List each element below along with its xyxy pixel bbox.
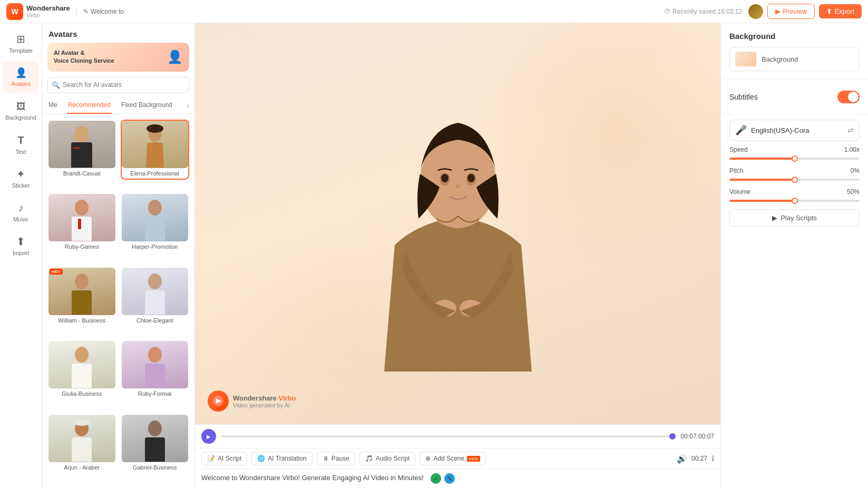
avatar-name-ruby: Ruby-Games	[65, 243, 99, 252]
background-section: Background Background	[721, 23, 868, 80]
bottom-controls: ▶ 00:07:00:07 📝 AI Script 🌐 AI Translati…	[195, 424, 720, 488]
check-icon[interactable]: ✓	[431, 473, 441, 484]
speed-label: Speed	[729, 146, 748, 153]
svg-rect-22	[145, 437, 165, 462]
avatar-card-ruby[interactable]: Ruby-Games	[47, 193, 116, 253]
bg-thumbnail	[735, 52, 756, 66]
svg-rect-19	[72, 437, 92, 462]
pitch-slider-thumb	[792, 177, 798, 183]
avatar-card-william[interactable]: William - Business	[47, 267, 116, 327]
avatars-banner[interactable]: AI Avatar &Voice Cloning Service 👤	[47, 43, 189, 72]
video-container: Wondershare Virbo Video generated by AI	[195, 23, 720, 424]
play-button[interactable]: ▶	[201, 429, 216, 444]
voice-selector[interactable]: 🎤 English(USA)-Cora ⇄	[729, 120, 860, 141]
audio-script-icon: 🎵	[365, 455, 373, 462]
avatars-panel: Avatars AI Avatar &Voice Cloning Service…	[42, 23, 195, 488]
edit-icon[interactable]: ✎	[444, 473, 455, 484]
avatars-icon: 👤	[15, 67, 27, 79]
audio-script-button[interactable]: 🎵 Audio Script	[359, 452, 416, 465]
add-scene-button[interactable]: ⊕ Add Scene NEW	[420, 452, 485, 465]
pitch-slider[interactable]	[729, 179, 860, 181]
tab-fixed-background[interactable]: Fixed Background	[120, 97, 173, 114]
left-sidebar: ⊞ Template 👤 Avatars 🖼 Background T Text…	[0, 23, 42, 488]
background-title: Background	[729, 32, 860, 41]
avatar-card-gabriel[interactable]: Gabriel-Business	[121, 414, 190, 474]
virbo-logo-small	[208, 391, 229, 412]
avatar-card-brandt[interactable]: Brandt-Casual	[47, 120, 116, 180]
speed-slider[interactable]	[729, 158, 860, 160]
background-item[interactable]: Background	[729, 47, 860, 71]
user-avatar-thumb[interactable]	[748, 4, 763, 19]
volume-slider-thumb	[792, 198, 798, 204]
info-icon[interactable]: ℹ	[711, 454, 714, 463]
avatar-wrap-harper: Harper-Promotion	[121, 193, 190, 262]
volume-icon[interactable]: 🔊	[677, 454, 687, 464]
tab-more-icon[interactable]: ›	[187, 101, 189, 110]
avatar-name-giulia: Giulia-Business	[62, 391, 102, 399]
sidebar-item-sticker[interactable]: ✦ Sticker	[3, 162, 39, 194]
topbar: W Wondershare Virbo ✎ Welcome to ⏱ Recen…	[0, 0, 868, 23]
volume-label: Volume	[729, 188, 750, 196]
speed-slider-row: Speed 1.00x	[729, 146, 860, 162]
tab-me[interactable]: Me	[47, 97, 58, 114]
pitch-value: 0%	[851, 167, 860, 174]
svg-rect-15	[72, 364, 92, 388]
search-icon: 🔍	[52, 81, 60, 89]
avatar-wrap-giulia: Giulia-Business	[47, 340, 116, 409]
pause-button[interactable]: ⏸ Pause	[317, 452, 355, 465]
voice-lang-icon: 🎤	[735, 124, 747, 136]
new-badge: NEW	[467, 456, 480, 462]
ai-script-button[interactable]: 📝 AI Script	[201, 452, 247, 465]
tab-recommended[interactable]: Recommended	[67, 97, 112, 114]
svg-point-16	[148, 347, 162, 363]
avatars-panel-title: Avatars	[42, 23, 194, 43]
avatar-name-gabriel: Gabriel-Business	[133, 464, 177, 473]
topbar-divider	[76, 6, 77, 17]
sidebar-item-text[interactable]: T Text	[3, 129, 39, 160]
volume-slider-row: Volume 50%	[729, 188, 860, 204]
avatar-card-elena[interactable]: Elena-Professional	[121, 120, 190, 180]
svg-point-4	[147, 124, 163, 133]
subtitles-toggle[interactable]	[837, 91, 860, 103]
preview-button[interactable]: ▶ Preview	[767, 4, 815, 19]
hot-badge-william: HOT	[50, 269, 63, 275]
avatar-card-arjun[interactable]: Arjun - Araber	[47, 414, 116, 474]
virbo-watermark-text: Wondershare Virbo Video generated by AI	[233, 394, 296, 408]
sidebar-item-music[interactable]: ♪ Music	[3, 196, 39, 228]
volume-slider[interactable]	[729, 200, 860, 202]
saved-status: ⏱ Recently saved 16:03:12	[664, 8, 742, 15]
speed-label-row: Speed 1.00x	[729, 146, 860, 153]
svg-point-8	[148, 200, 162, 216]
svg-rect-2	[73, 148, 80, 149]
svg-point-12	[148, 274, 162, 289]
sidebar-item-import[interactable]: ⬆ Import	[3, 230, 39, 261]
svg-rect-7	[78, 219, 81, 229]
avatar-name-ruby2: Ruby-Formal	[138, 391, 172, 399]
sidebar-item-avatars[interactable]: 👤 Avatars	[3, 61, 39, 93]
play-scripts-button[interactable]: ▶ Play Scripts	[729, 209, 860, 227]
avatar-card-ruby2[interactable]: Ruby-Formal	[121, 340, 190, 400]
avatar-name-arjun: Arjun - Araber	[64, 464, 100, 473]
avatar-card-harper[interactable]: Harper-Promotion	[121, 193, 190, 253]
svg-rect-9	[145, 217, 165, 241]
avatars-search-container: 🔍	[47, 77, 189, 93]
avatar-name-harper: Harper-Promotion	[132, 243, 178, 252]
export-button[interactable]: ⬆ Export	[819, 4, 862, 18]
timeline-track[interactable]	[221, 435, 676, 437]
search-input[interactable]	[47, 77, 189, 93]
avatar-card-chloe[interactable]: Chloe-Elegant	[121, 267, 190, 327]
avatar-wrap-elena: Elena-Professional	[121, 120, 190, 189]
bg-item-label: Background	[762, 55, 798, 63]
svg-point-21	[148, 421, 162, 436]
svg-point-20	[73, 419, 90, 426]
svg-point-5	[75, 200, 89, 216]
play-scripts-icon: ▶	[772, 214, 777, 222]
main-layout: ⊞ Template 👤 Avatars 🖼 Background T Text…	[0, 23, 868, 488]
avatar-wrap-william: HOT William - Business	[47, 267, 116, 336]
sidebar-item-background[interactable]: 🖼 Background	[3, 95, 39, 126]
sidebar-item-template[interactable]: ⊞ Template	[3, 27, 39, 59]
template-icon: ⊞	[16, 33, 25, 45]
voice-swap-icon[interactable]: ⇄	[847, 126, 854, 134]
ai-translation-button[interactable]: 🌐 AI Translation	[251, 452, 312, 465]
avatar-card-giulia[interactable]: Giulia-Business	[47, 340, 116, 400]
